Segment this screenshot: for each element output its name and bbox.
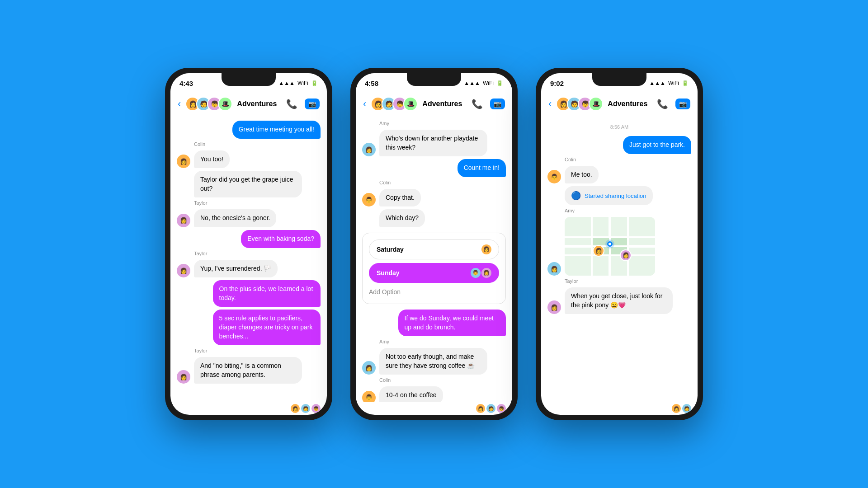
- msg-row-1-6: 👩 Yup, I've surrendered. 🏳️: [177, 260, 321, 278]
- av-amy-2: 👩: [362, 143, 376, 156]
- chat-header-2: ‹ 👩 🧑 👦 🎩 Adventures 📞 📷: [356, 93, 512, 115]
- video-button-3[interactable]: 📷: [675, 99, 690, 109]
- signal-icon-2: ▲▲▲: [464, 80, 480, 86]
- chat-body-1: Great time meeting you all! Colin 👩 You …: [170, 115, 327, 402]
- poll-option-saturday[interactable]: Saturday 👩: [369, 239, 499, 259]
- add-option-button[interactable]: Add Option: [369, 286, 499, 297]
- poll-container-2: Saturday 👩 Sunday 👨 👩 Add Option: [362, 233, 506, 304]
- bubble-2-4: Which day?: [379, 209, 425, 227]
- bubble-1-5: Even with baking soda?: [241, 230, 321, 248]
- phone-3: 9:02 ▲▲▲ WiFi 🔋 ‹ 👩 🧑 👦 🎩 Adventures: [536, 68, 703, 420]
- msg-row-3-3: 👩 When you get close, just look for the …: [547, 287, 691, 314]
- sender-taylor-3: Taylor: [565, 278, 691, 284]
- av-taylor-1b: 👩: [177, 264, 190, 277]
- chat-name-2: Adventures: [422, 100, 467, 108]
- av-taylor-1c: 👩: [177, 370, 190, 384]
- svg-text:👩: 👩: [623, 252, 629, 258]
- status-icons-3: ▲▲▲ WiFi 🔋: [649, 80, 689, 86]
- msg-row-2-2: Count me in!: [362, 159, 506, 177]
- bubble-3-1: Just got to the park.: [623, 136, 691, 154]
- bubble-1-1: Great time meeting you all!: [232, 121, 321, 139]
- msg-row-1-9: 👩 And "no biting," is a common phrase am…: [177, 357, 321, 384]
- msg-row-2-5: If we do Sunday, we could meet up and do…: [362, 310, 506, 336]
- header-avatars-2: 👩 🧑 👦 🎩: [371, 97, 418, 111]
- react-av-1b: 🧑: [301, 404, 310, 413]
- bubble-2-7: 10-4 on the coffee: [379, 386, 443, 402]
- time-1: 4:43: [179, 80, 193, 87]
- msg-row-2-3: 👨 Copy that.: [362, 189, 506, 207]
- reaction-bar-3: 👩 🧑: [541, 402, 698, 415]
- sender-colin-1: Colin: [194, 141, 321, 147]
- msg-row-3-map: 👩: [547, 217, 691, 276]
- map-preview[interactable]: 👩 👩: [565, 217, 655, 276]
- time-2: 4:58: [365, 80, 378, 87]
- react-av-3b: 🧑: [682, 404, 691, 413]
- av-amy-2b: 👩: [362, 361, 376, 375]
- phone-1: 4:43 ▲▲▲ WiFi 🔋 ‹ 👩 🧑 👦 🎩 Adventures: [165, 68, 332, 420]
- chat-header-1: ‹ 👩 🧑 👦 🎩 Adventures 📞 📷: [170, 93, 327, 115]
- screen-1: 4:43 ▲▲▲ WiFi 🔋 ‹ 👩 🧑 👦 🎩 Adventures: [170, 73, 327, 415]
- react-av-1a: 👩: [291, 404, 300, 413]
- call-button-3[interactable]: 📞: [657, 99, 668, 109]
- bubble-1-8: 5 sec rule applies to pacifiers, diaper …: [213, 310, 321, 345]
- msg-row-2-4: Which day?: [362, 209, 506, 227]
- signal-icon-1: ▲▲▲: [278, 80, 295, 86]
- wifi-icon-1: WiFi: [297, 80, 308, 86]
- status-icons-2: ▲▲▲ WiFi 🔋: [464, 80, 503, 86]
- call-button-1[interactable]: 📞: [286, 99, 297, 109]
- react-av-2a: 👩: [476, 404, 485, 413]
- bubble-2-1: Who's down for another playdate this wee…: [379, 130, 487, 156]
- av-colin-2: 👨: [362, 193, 376, 206]
- av-colin-3: 👨: [547, 170, 561, 183]
- screen-2: 4:58 ▲▲▲ WiFi 🔋 ‹ 👩 🧑 👦 🎩 Adventures: [356, 73, 512, 415]
- bubble-2-3: Copy that.: [379, 189, 421, 207]
- screen-3: 9:02 ▲▲▲ WiFi 🔋 ‹ 👩 🧑 👦 🎩 Adventures: [541, 73, 698, 415]
- header-actions-3: 📞 📷: [657, 99, 690, 109]
- msg-row-3-location: 🔵 Started sharing location: [547, 186, 691, 205]
- reaction-bar-1: 👩 🧑 👦: [170, 402, 327, 415]
- battery-icon-2: 🔋: [496, 80, 503, 86]
- poll-vote-sun-2: 👩: [481, 268, 491, 278]
- poll-votes-sunday: 👨 👩: [471, 268, 491, 278]
- wifi-icon-3: WiFi: [668, 80, 679, 86]
- reaction-avatars-3: 👩 🧑: [672, 404, 691, 413]
- back-button-3[interactable]: ‹: [548, 98, 552, 110]
- chat-body-3: 8:56 AM Just got to the park. Colin 👨 Me…: [541, 115, 698, 402]
- av-colin-2b: 👨: [362, 391, 376, 402]
- chat-body-2: Amy 👩 Who's down for another playdate th…: [356, 115, 512, 402]
- back-button-2[interactable]: ‹: [363, 98, 366, 110]
- av-taylor-1: 👩: [177, 214, 190, 227]
- av-taylor-3: 👩: [547, 300, 561, 314]
- sender-amy-3: Amy: [565, 208, 691, 213]
- sender-colin-2b: Colin: [379, 377, 506, 383]
- status-icons-1: ▲▲▲ WiFi 🔋: [278, 80, 318, 86]
- phone-2: 4:58 ▲▲▲ WiFi 🔋 ‹ 👩 🧑 👦 🎩 Adventures: [350, 68, 518, 420]
- avatar-2d: 🎩: [403, 97, 418, 111]
- timestamp-3: 8:56 AM: [547, 124, 691, 130]
- msg-row-3-2: 👨 Me too.: [547, 166, 691, 184]
- msg-row-1-7: On the plus side, we learned a lot today…: [177, 280, 321, 307]
- bubble-1-4: No, the onesie's a goner.: [194, 209, 276, 227]
- avatar-3d: 🎩: [589, 97, 603, 111]
- call-button-2[interactable]: 📞: [472, 99, 483, 109]
- notch-3: [592, 73, 646, 86]
- poll-votes-saturday: 👩: [481, 244, 491, 254]
- msg-row-1-5: Even with baking soda?: [177, 230, 321, 248]
- poll-option-sunday[interactable]: Sunday 👨 👩: [369, 263, 499, 283]
- msg-row-1-8: 5 sec rule applies to pacifiers, diaper …: [177, 310, 321, 345]
- wifi-icon-2: WiFi: [483, 80, 494, 86]
- msg-row-1-1: Great time meeting you all!: [177, 121, 321, 139]
- bubble-1-3: Taylor did you get the grape juice out?: [194, 171, 302, 197]
- poll-option-sunday-label: Sunday: [377, 269, 400, 277]
- react-av-2b: 🧑: [486, 404, 495, 413]
- time-3: 9:02: [550, 80, 564, 87]
- reaction-bar-2: 👩 🧑 👦: [356, 402, 512, 415]
- back-button-1[interactable]: ‹: [178, 98, 181, 110]
- msg-row-1-4: 👩 No, the onesie's a goner.: [177, 209, 321, 227]
- avatar-1d: 🎩: [218, 97, 232, 111]
- bubble-1-6: Yup, I've surrendered. 🏳️: [194, 260, 278, 278]
- video-button-2[interactable]: 📷: [490, 99, 505, 109]
- chat-header-3: ‹ 👩 🧑 👦 🎩 Adventures 📞 📷: [541, 93, 698, 115]
- reaction-avatars-2: 👩 🧑 👦: [476, 404, 506, 413]
- video-button-1[interactable]: 📷: [305, 99, 320, 109]
